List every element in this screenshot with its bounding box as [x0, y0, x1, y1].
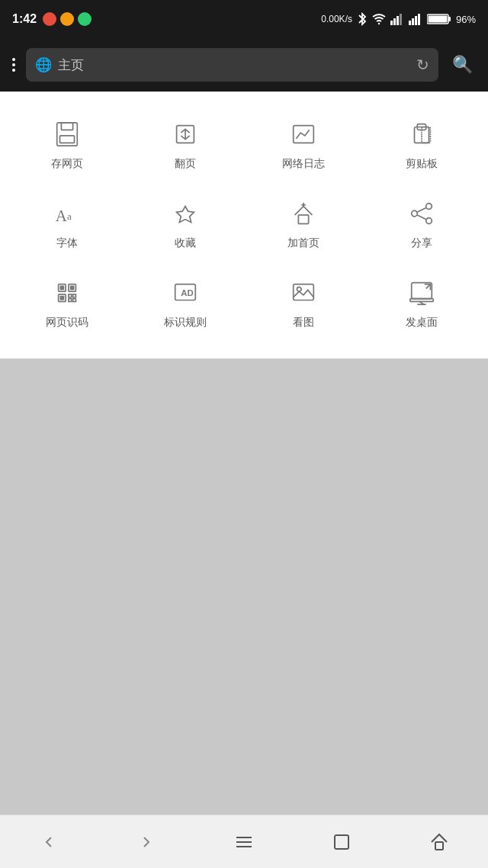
add-home-icon — [287, 197, 320, 230]
qrcode-label: 网页识码 — [46, 316, 88, 330]
font-label: 字体 — [56, 236, 78, 250]
back-button[interactable] — [30, 823, 68, 861]
bluetooth-icon — [357, 12, 368, 26]
svg-rect-3 — [396, 16, 399, 25]
font-icon: A a — [50, 197, 84, 230]
url-bar[interactable]: 🌐 主页 ↻ — [26, 48, 438, 82]
main-menu-button[interactable] — [225, 823, 263, 861]
svg-rect-65 — [335, 835, 348, 849]
svg-rect-1 — [390, 21, 393, 25]
menu-item-add-home[interactable]: 加首页 — [244, 186, 362, 258]
svg-rect-14 — [59, 136, 74, 143]
battery-text: 96% — [456, 14, 476, 25]
share-label: 分享 — [411, 236, 432, 250]
save-page-label: 存网页 — [51, 157, 83, 171]
browser-bar: 🌐 主页 ↻ 🔍 — [0, 38, 488, 92]
menu-item-network-log[interactable]: 网络日志 — [244, 107, 362, 178]
svg-marker-22 — [176, 207, 194, 223]
svg-rect-47 — [409, 299, 432, 302]
svg-rect-5 — [409, 21, 411, 25]
svg-point-0 — [378, 23, 380, 24]
content-area — [0, 358, 488, 815]
status-bar: 1:42 0.00K/s — [0, 0, 488, 38]
menu-item-flip-page[interactable]: 翻页 — [126, 107, 244, 178]
menu-item-save-page[interactable]: 存网页 — [8, 107, 126, 178]
svg-point-29 — [425, 218, 432, 224]
svg-rect-44 — [293, 285, 313, 301]
svg-rect-10 — [448, 17, 451, 21]
svg-rect-40 — [68, 299, 71, 302]
url-text: 主页 — [58, 56, 410, 74]
svg-rect-23 — [298, 215, 308, 223]
bookmark-label: 收藏 — [175, 236, 196, 250]
svg-rect-13 — [61, 123, 72, 130]
svg-text:A: A — [55, 207, 66, 225]
svg-rect-7 — [415, 16, 417, 25]
flip-page-icon — [169, 117, 202, 151]
wifi-icon — [372, 13, 386, 25]
battery-icon — [427, 13, 451, 25]
svg-rect-33 — [59, 286, 64, 291]
desktop-icon — [405, 276, 438, 310]
clipboard-icon — [405, 117, 438, 151]
svg-rect-37 — [59, 296, 64, 301]
svg-point-28 — [411, 211, 417, 217]
status-time: 1:42 — [12, 12, 37, 26]
svg-text:a: a — [67, 211, 72, 222]
traffic-light-green — [78, 12, 92, 26]
traffic-light-red — [43, 12, 56, 26]
share-icon — [405, 197, 438, 230]
svg-text:AD: AD — [181, 288, 193, 297]
add-home-label: 加首页 — [287, 236, 319, 250]
svg-rect-38 — [68, 294, 71, 297]
menu-item-qrcode[interactable]: 网页识码 — [8, 265, 126, 337]
svg-rect-39 — [72, 294, 75, 297]
save-page-icon — [50, 117, 84, 151]
qrcode-icon — [50, 276, 84, 310]
flip-page-label: 翻页 — [175, 157, 196, 171]
ad-rules-icon: AD — [169, 276, 202, 310]
search-button[interactable]: 🔍 — [446, 52, 479, 78]
svg-rect-8 — [418, 14, 420, 25]
forward-button[interactable] — [127, 823, 165, 861]
menu-item-clipboard[interactable]: 剪贴板 — [362, 107, 480, 178]
status-left: 1:42 — [12, 12, 92, 26]
svg-rect-66 — [435, 842, 443, 850]
globe-icon: 🌐 — [35, 56, 52, 73]
network-log-icon — [287, 117, 320, 151]
menu-item-ad-rules[interactable]: AD 标识规则 — [126, 265, 244, 337]
network-log-label: 网络日志 — [282, 157, 325, 171]
svg-rect-4 — [400, 14, 402, 25]
menu-item-share[interactable]: 分享 — [362, 186, 480, 258]
bookmark-icon — [169, 197, 202, 230]
svg-rect-6 — [412, 18, 414, 25]
menu-item-view-image[interactable]: 看图 — [244, 265, 362, 337]
svg-line-31 — [417, 215, 425, 220]
svg-rect-2 — [393, 18, 396, 25]
refresh-icon[interactable]: ↻ — [416, 56, 429, 74]
svg-rect-11 — [428, 16, 447, 23]
speed-indicator: 0.00K/s — [321, 14, 352, 24]
tabs-button[interactable] — [323, 823, 361, 861]
svg-line-30 — [417, 207, 425, 212]
home-button[interactable] — [420, 823, 458, 861]
view-image-icon — [287, 276, 320, 310]
menu-item-bookmark[interactable]: 收藏 — [126, 186, 244, 258]
view-image-label: 看图 — [293, 316, 314, 330]
status-icons: 0.00K/s 96% — [321, 12, 476, 26]
traffic-light-yellow — [60, 12, 74, 26]
signal-icon — [390, 13, 404, 25]
ad-rules-label: 标识规则 — [164, 316, 207, 330]
signal-icon-2 — [409, 13, 422, 25]
svg-point-27 — [425, 204, 432, 210]
desktop-label: 发桌面 — [406, 316, 438, 330]
svg-rect-35 — [69, 286, 74, 291]
clipboard-label: 剪贴板 — [406, 157, 438, 171]
menu-dots-button[interactable] — [9, 55, 18, 75]
svg-rect-41 — [72, 299, 75, 302]
menu-item-font[interactable]: A a 字体 — [8, 186, 126, 258]
bottom-nav — [0, 815, 488, 868]
menu-item-desktop[interactable]: 发桌面 — [362, 265, 480, 337]
